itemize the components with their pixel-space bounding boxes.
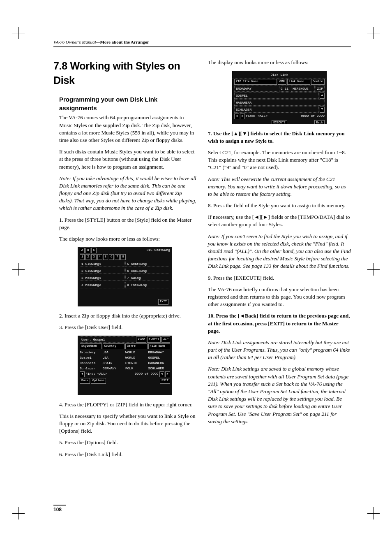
note-text: Note: If you take advantage of this, it … [53,175,196,212]
step-3: 3. Press the [Disk User] field. [53,324,196,331]
registration-mark [367,507,380,519]
note-text: Note: This will overwrite the current as… [208,176,351,198]
right-column: The display now looks more or less as fo… [208,59,351,462]
registration-mark [12,507,25,519]
step-5: 5. Press the [Options] field. [53,439,196,446]
body-text: Select C21, for example. The memories ar… [208,149,351,172]
step-7: 7. Use the [▲][▼] fields to select the D… [208,130,351,145]
left-column: 7.8 Working with Styles on Disk Programm… [53,59,196,462]
content-columns: 7.8 Working with Styles on Disk Programm… [53,59,351,462]
body-text: The VA-76 now briefly confirms that your… [208,286,351,308]
manual-title: VA-76 Owner's Manual [53,39,96,44]
note-text: Note: If you can't seem to find the Styl… [208,233,351,270]
step-9: 9. Press the [EXECUTE] field. [208,274,351,282]
body-text: If necessary, use the [◄][►] fields or t… [208,213,351,228]
body-text: This is necessary to specify whether you… [53,413,196,435]
manual-page: VA-76 Owner's Manual—More about the Arra… [0,0,392,538]
registration-mark [12,27,25,39]
step-4: 4. Press the [FLOPPY] or [ZIP] field in … [53,401,196,408]
registration-mark [12,263,25,276]
page-header: VA-76 Owner's Manual—More about the Arra… [53,39,351,47]
step-10: 10. Press the [◄Back] field to return to… [208,312,351,335]
body-text: The VA-76 comes with 64 preprogrammed as… [53,114,196,144]
chapter-title: More about the Arranger [100,39,149,44]
step-6: 6. Press the [Disk Link] field. [53,451,196,458]
step-8: 8. Press the field of the Style you want… [208,202,351,209]
registration-mark [367,27,380,39]
lcd-screenshot-disklink: Disk Link ZIP File NameGRNLink NameDevic… [232,71,327,124]
note-text: Note: Disk Link assignments are stored i… [208,339,351,362]
body-text: The display now looks more or less as fo… [53,235,196,243]
left-arrow-icon: ◄ [254,214,259,220]
up-arrow-icon: ▲ [233,130,238,137]
body-text: If such disks contain Music Styles you w… [53,148,196,171]
note-text: Note: Disk Link settings are saved to a … [208,365,351,425]
page-number: 108 [53,505,66,513]
lcd-screenshot-diskuser: User: GospelLOADFLOPPYZIP StyleNameCount… [78,336,172,395]
down-arrow-icon: ▼ [242,130,247,137]
body-text: The display now looks more or less as fo… [208,59,351,66]
section-heading: 7.8 Working with Styles on Disk [53,59,196,88]
subsection-heading: Programming your own Disk Link assignmen… [53,95,196,112]
right-arrow-icon: ► [263,214,268,220]
step-2: 2. Insert a Zip or floppy disk into the … [53,312,196,320]
registration-mark [367,263,380,276]
step-1: 1. Press the [STYLE] button or the [Styl… [53,216,196,231]
left-arrow-icon: ◄ [240,313,245,319]
lcd-screenshot-styles: ABCB15 ScatSwng 12345678 1 SlSwing15 Sca… [78,247,172,306]
